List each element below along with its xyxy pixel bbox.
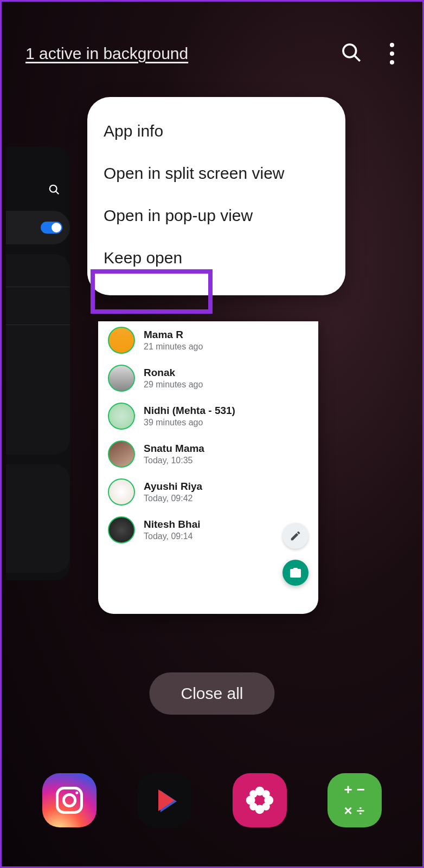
status-time: Today, 09:42: [144, 494, 202, 503]
svg-rect-4: [57, 788, 82, 813]
status-item[interactable]: Ayushi Riya Today, 09:42: [98, 473, 318, 511]
status-time: 39 minutes ago: [144, 418, 235, 427]
status-time: 21 minutes ago: [144, 342, 203, 352]
active-background-link[interactable]: 1 active in background: [25, 44, 188, 63]
avatar: [108, 441, 135, 468]
dock-app-youtube[interactable]: [137, 773, 191, 827]
app-context-menu: App info Open in split screen view Open …: [87, 97, 345, 295]
svg-line-1: [355, 56, 360, 61]
search-icon: [48, 184, 60, 198]
avatar: [108, 516, 135, 543]
avatar: [108, 403, 135, 430]
avatar: [108, 478, 135, 506]
avatar: [108, 365, 135, 392]
avatar: [108, 327, 135, 354]
calculator-icon: +−×÷: [344, 781, 365, 819]
status-name: Nidhi (Mehta - 531): [144, 405, 235, 417]
left-panel: [6, 254, 70, 455]
play-icon: [158, 789, 175, 811]
status-name: Mama R: [144, 329, 203, 341]
app-dock: +−×÷: [2, 773, 422, 827]
recents-header: 1 active in background: [25, 41, 399, 67]
header-actions: [341, 41, 399, 67]
menu-item-split-screen[interactable]: Open in split screen view: [87, 152, 345, 195]
toggle-switch[interactable]: [41, 222, 62, 234]
status-time: 29 minutes ago: [144, 380, 203, 390]
status-name: Nitesh Bhai: [144, 519, 201, 530]
close-all-button[interactable]: Close all: [149, 672, 274, 715]
svg-point-0: [343, 44, 356, 57]
status-name: Ayushi Riya: [144, 481, 202, 493]
status-time: Today, 09:14: [144, 532, 201, 541]
svg-point-2: [50, 185, 57, 192]
status-time: Today, 10:35: [144, 456, 204, 465]
svg-point-5: [64, 794, 75, 806]
recent-app-card-main[interactable]: Mama R 21 minutes ago Ronak 29 minutes a…: [98, 321, 318, 614]
svg-line-3: [56, 191, 59, 194]
search-icon[interactable]: [341, 42, 362, 65]
dock-app-calculator[interactable]: +−×÷: [327, 773, 382, 827]
status-item[interactable]: Ronak 29 minutes ago: [98, 359, 318, 397]
dock-app-gallery[interactable]: [233, 773, 287, 827]
dock-app-instagram[interactable]: [42, 773, 97, 827]
toggle-row: [6, 211, 70, 244]
more-options-icon[interactable]: [386, 41, 399, 67]
status-item[interactable]: Snatu Mama Today, 10:35: [98, 435, 318, 473]
menu-item-popup-view[interactable]: Open in pop-up view: [87, 195, 345, 237]
camera-fab[interactable]: [282, 560, 309, 586]
svg-point-14: [262, 803, 269, 811]
status-item[interactable]: Nidhi (Mehta - 531) 39 minutes ago: [98, 397, 318, 435]
menu-item-keep-open[interactable]: Keep open: [87, 237, 345, 279]
status-name: Snatu Mama: [144, 443, 204, 455]
svg-point-11: [249, 790, 257, 798]
menu-item-app-info[interactable]: App info: [87, 110, 345, 152]
svg-point-15: [256, 798, 262, 803]
left-panel: [6, 464, 70, 573]
status-name: Ronak: [144, 367, 203, 379]
compose-fab[interactable]: [282, 523, 309, 549]
status-item[interactable]: Mama R 21 minutes ago: [98, 321, 318, 359]
svg-point-12: [262, 790, 269, 798]
svg-point-6: [75, 792, 78, 794]
recent-app-card-left[interactable]: [6, 147, 70, 580]
svg-point-13: [249, 803, 257, 811]
